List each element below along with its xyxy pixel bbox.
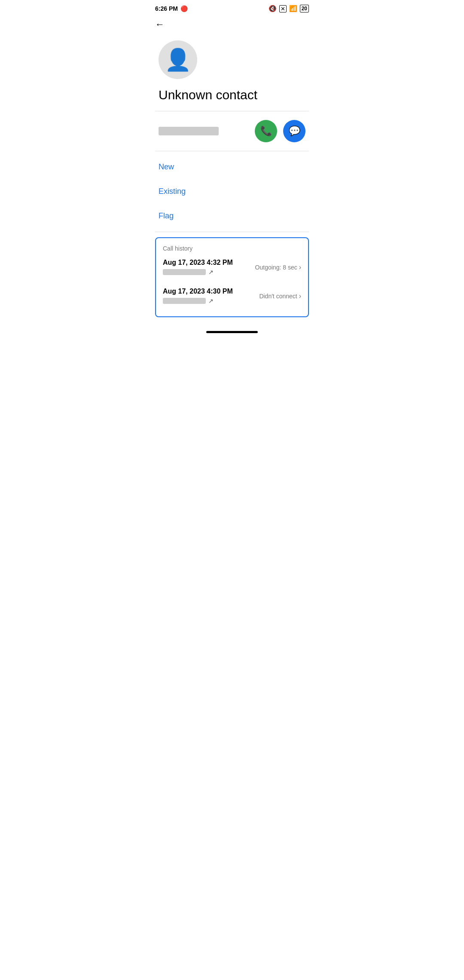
- status-icons: 🔇 ✕ 📶 20: [269, 5, 309, 12]
- contact-name: Unknown contact: [159, 88, 305, 102]
- bluetooth-icon: 🔴: [180, 5, 188, 12]
- call-status-1: Outgoing: 8 sec: [255, 264, 297, 271]
- phone-number-placeholder: [159, 127, 219, 135]
- status-time: 6:26 PM 🔴: [155, 5, 188, 12]
- call-info-left-1: Aug 17, 2023 4:32 PM ↗: [163, 259, 233, 276]
- battery-icon: 20: [300, 5, 309, 12]
- avatar: 👤: [159, 40, 197, 79]
- existing-label: Existing: [159, 187, 186, 196]
- wifi-icon: 📶: [289, 5, 297, 12]
- back-arrow-icon: ←: [155, 19, 165, 30]
- call-number-row-2: ↗: [163, 297, 233, 304]
- mute-icon: 🔇: [269, 5, 277, 12]
- call-button[interactable]: 📞: [255, 120, 277, 142]
- contact-section: 👤 Unknown contact: [148, 32, 316, 111]
- phone-row: 📞 💬: [148, 111, 316, 151]
- call-status-2: Didn't connect: [259, 293, 297, 300]
- call-info-left-2: Aug 17, 2023 4:30 PM ↗: [163, 288, 233, 304]
- call-info-right-1[interactable]: Outgoing: 8 sec ›: [255, 263, 301, 271]
- back-button[interactable]: ←: [148, 15, 316, 32]
- call-history-item-1: Aug 17, 2023 4:32 PM ↗ Outgoing: 8 sec ›: [163, 259, 301, 282]
- flag-label: Flag: [159, 211, 174, 220]
- message-button[interactable]: 💬: [283, 120, 305, 142]
- call-date-1: Aug 17, 2023 4:32 PM: [163, 259, 233, 266]
- new-action-item[interactable]: New: [148, 155, 316, 179]
- call-history-section: Call history Aug 17, 2023 4:32 PM ↗ Outg…: [155, 237, 309, 317]
- action-buttons: 📞 💬: [255, 120, 305, 142]
- new-label: New: [159, 162, 174, 171]
- person-icon: 👤: [165, 49, 191, 70]
- chevron-right-icon-1: ›: [299, 263, 301, 271]
- call-number-row-1: ↗: [163, 269, 233, 276]
- call-number-placeholder-2: [163, 298, 206, 304]
- call-history-item-2: Aug 17, 2023 4:30 PM ↗ Didn't connect ›: [163, 284, 301, 311]
- time-label: 6:26 PM: [155, 5, 178, 12]
- contact-actions: New Existing Flag: [148, 151, 316, 232]
- home-bar: [206, 331, 258, 333]
- phone-icon: 📞: [260, 126, 272, 137]
- home-indicator: [148, 326, 316, 337]
- chevron-right-icon-2: ›: [299, 292, 301, 300]
- call-info-right-2[interactable]: Didn't connect ›: [259, 292, 301, 300]
- outgoing-arrow-icon-1: ↗: [208, 269, 214, 276]
- call-date-2: Aug 17, 2023 4:30 PM: [163, 288, 233, 295]
- flag-action-item[interactable]: Flag: [148, 204, 316, 228]
- message-icon: 💬: [289, 126, 300, 137]
- outgoing-arrow-icon-2: ↗: [208, 297, 214, 304]
- status-bar: 6:26 PM 🔴 🔇 ✕ 📶 20: [148, 0, 316, 15]
- existing-action-item[interactable]: Existing: [148, 179, 316, 204]
- call-history-title: Call history: [163, 245, 301, 252]
- divider-3: [155, 232, 309, 232]
- call-number-placeholder-1: [163, 269, 206, 275]
- sim-icon: ✕: [279, 5, 287, 12]
